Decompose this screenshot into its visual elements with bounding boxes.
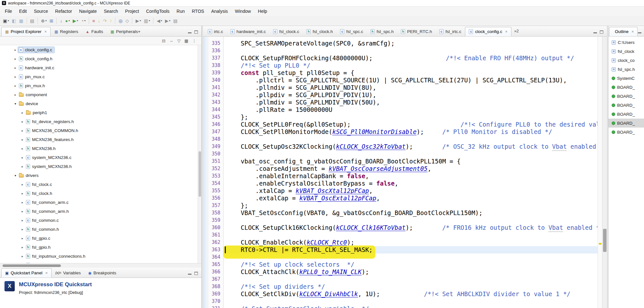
tree-item[interactable]: ▸hfsl_common.h [0,225,201,234]
line-number[interactable]: 354 [208,180,223,187]
tree-item[interactable]: ▸csystem_MCXN236.c [0,153,201,162]
scrollbar-thumb[interactable] [603,229,607,252]
tree-item[interactable]: ▸cfsl_common_arm.c [0,198,201,207]
debug-icon[interactable]: ●▾ [64,18,71,24]
menu-item-refactor[interactable]: Refactor [52,7,76,15]
collapse-all-icon[interactable]: ⊟ [162,38,166,43]
line-number[interactable]: 340 [208,77,223,84]
code-line[interactable]: SPC_SetSRAMOperateVoltage(SPC0, &sramCfg… [224,40,598,47]
new-project-icon[interactable]: ⊞ [48,18,55,24]
pin-editor-icon[interactable]: ▤ [172,18,179,24]
collapsed-arrow-icon[interactable]: ▸ [20,201,25,204]
build-icon[interactable]: ⊕▾ [40,18,48,24]
code-line[interactable]: }; [224,113,598,121]
code-line[interactable]: .pllRate = 150000000U [224,106,598,113]
collapsed-arrow-icon[interactable]: ▸ [13,57,18,61]
collapsed-arrow-icon[interactable]: ▸ [20,210,25,213]
line-number[interactable]: 369 [208,290,223,298]
view-tab-peripherals[interactable]: ▦Peripherals+ [107,27,144,36]
menu-item-navigate[interactable]: Navigate [76,7,100,15]
code-line[interactable]: const pll_setup_t pll0Setup = { [224,69,598,77]
tree-item[interactable]: ▾drivers [0,171,201,180]
line-number[interactable]: 370 [208,298,223,305]
line-number[interactable]: 366 [208,268,223,276]
line-number[interactable]: 342 [208,91,223,99]
code-line[interactable]: /*!< Set up dividers */ [224,283,598,290]
outline-item[interactable]: BOARD_ [608,92,644,101]
collapsed-arrow-icon[interactable]: ▸ [20,165,25,168]
tree-item[interactable]: ▸hMCXN236_features.h [0,135,201,144]
code-line[interactable]: .pllmdiv = SCG_APLLMDIV_MDIV(50U), [224,99,598,106]
editor-tab-irtc-c[interactable]: cirtc.c [204,27,227,36]
collapsed-arrow-icon[interactable]: ▸ [20,156,25,159]
tree-item[interactable]: ▸hMCXN236.h [0,144,201,153]
code-line[interactable]: }; [224,202,598,209]
line-number[interactable]: 347 [208,128,223,136]
tab-overflow-indicator[interactable]: »2 [514,29,519,33]
line-number[interactable]: 356 [208,195,223,202]
menu-item-window[interactable]: Window [232,7,255,15]
profile-icon[interactable]: ◔▾ [80,18,87,24]
collapsed-arrow-icon[interactable]: ▸ [13,48,18,52]
code-line[interactable]: CLOCK_SetupFROHFClocking(48000000U); /*!… [224,54,598,62]
menu-item-help[interactable]: Help [254,7,271,15]
minimize-icon[interactable] [638,31,641,33]
tree-item[interactable]: ▸hsystem_MCXN236.h [0,162,201,171]
save-all-icon[interactable]: ▦ [18,18,24,24]
expanded-arrow-icon[interactable]: ▾ [13,174,18,177]
print-icon[interactable]: ▤ [29,18,36,24]
code-line[interactable] [224,298,598,305]
tree-item[interactable]: ▸hMCXN236_COMMON.h [0,126,201,135]
line-number-gutter[interactable]: 3353363373383393403413423433443453463473… [208,37,224,308]
code-line[interactable]: .enableInternalCapBank = false, [224,172,598,180]
close-icon[interactable]: × [45,271,48,275]
scrollbar-thumb[interactable] [3,264,61,267]
code-line[interactable]: /*!< Set up PLL0 */ [224,62,598,69]
code-line[interactable]: CLOCK_EnableClock(kCLOCK_Rtc0); [224,239,598,246]
run-icon[interactable]: ▶▾ [71,18,79,24]
code-line[interactable]: CLOCK_SetPLL0Freq(&pll0Setup); /*!< Conf… [224,121,598,128]
code-line[interactable]: CLOCK_SetupClk16KClocking(kCLOCK_Clk16KT… [224,224,598,231]
line-number[interactable]: 367 [208,276,223,283]
collapsed-arrow-icon[interactable]: ▸ [20,183,25,186]
tree-item[interactable]: ▸cfsl_gpio.c [0,234,201,243]
outline-item[interactable]: ≡fsl_spc.h [608,65,644,74]
code-line[interactable]: CLOCK_SetPll0MonitorMode(kSCG_Pll0Monito… [224,128,598,136]
line-number[interactable]: 351 [208,158,223,165]
line-number[interactable]: 368 [208,283,223,290]
collapsed-arrow-icon[interactable]: ▸ [20,147,25,150]
columns-icon[interactable]: ▦ [184,38,188,43]
line-number[interactable]: 357 [208,202,223,209]
link-editor-icon[interactable]: ⇔ [169,38,174,43]
editor-tab-fsl-clock-c[interactable]: cfsl_clock.c [270,27,303,36]
line-number[interactable]: 352 [208,165,223,172]
search-icon[interactable]: ◎ [117,18,124,24]
minimize-icon[interactable] [188,31,192,33]
line-number[interactable]: 350 [208,150,223,158]
code-line[interactable]: .pllndiv = SCG_APLLNDIV_NDIV(8U), [224,84,598,91]
collapsed-arrow-icon[interactable]: ▸ [20,254,25,258]
collapsed-arrow-icon[interactable]: ▸ [20,129,25,132]
filter-icon[interactable]: ▽ [177,38,181,43]
line-number[interactable]: 343 [208,99,223,106]
tree-item[interactable]: ▸cpin_mux.c [0,72,201,81]
tree-item[interactable]: ▸hfsl_clock.h [0,189,201,198]
line-number[interactable]: 337 [208,54,223,62]
view-menu-icon[interactable]: ⋮ [192,38,196,43]
line-number[interactable]: 339 [208,69,223,77]
collapsed-arrow-icon[interactable]: ▸ [20,138,25,141]
tree-item[interactable]: ▸component [0,90,201,99]
expanded-arrow-icon[interactable]: ▾ [13,102,18,105]
line-number[interactable]: 338 [208,62,223,69]
code-line[interactable] [224,276,598,283]
code-line[interactable] [224,231,598,239]
code-line[interactable]: vbat_osc_config_t g_vbatOscConfig_BOARD_… [224,158,598,165]
line-number[interactable]: 344 [208,106,223,113]
editor-tab-fsl-clock-h[interactable]: hfsl_clock.h [303,27,336,36]
outline-item[interactable]: ≡fsl_clock [608,47,644,56]
tree-item[interactable]: ▸hfsl_gpio.h [0,243,201,252]
collapsed-arrow-icon[interactable]: ▸ [20,192,25,195]
line-number[interactable]: 353 [208,172,223,180]
code-line[interactable] [224,217,598,224]
outline-item[interactable]: SystemC [608,74,644,83]
